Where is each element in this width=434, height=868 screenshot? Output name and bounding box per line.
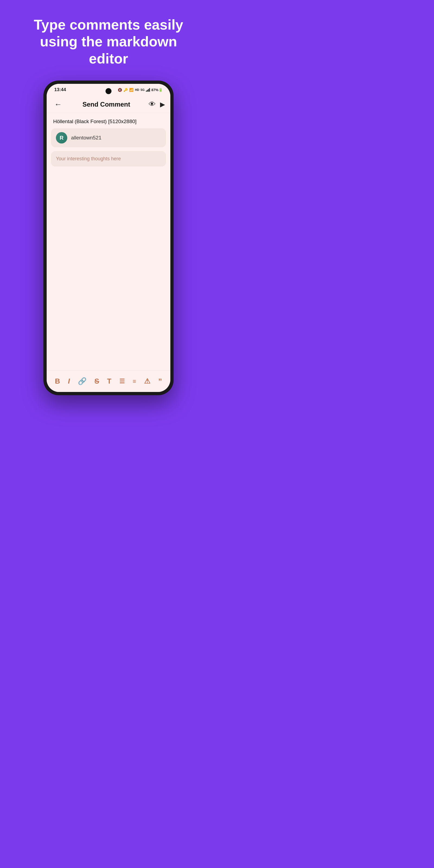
unordered-list-button[interactable]: ≡ (131, 376, 138, 386)
key-icon: 🔑 (123, 88, 128, 92)
link-button[interactable]: 🔗 (76, 375, 88, 387)
phone-mockup: 13:44 🔇 🔑 📶 HD 5G 87% 🔋 (43, 81, 174, 395)
top-navigation-bar: ← Send Comment 👁 ▶ (46, 96, 170, 113)
mute-icon: 🔇 (118, 88, 122, 92)
page-title: Send Comment (64, 101, 149, 108)
markdown-toolbar: B I 🔗 S T ☰ ≡ ⚠ ” (46, 370, 170, 392)
wifi-icon: 📶 (129, 88, 133, 92)
battery-indicator: 87% 🔋 (151, 88, 163, 92)
top-bar-actions: 👁 ▶ (149, 100, 165, 108)
comment-input-area[interactable]: Your interesting thoughts here (51, 151, 166, 166)
send-button[interactable]: ▶ (160, 101, 165, 108)
comment-placeholder: Your interesting thoughts here (56, 156, 121, 161)
italic-button[interactable]: I (66, 375, 72, 387)
status-time: 13:44 (54, 87, 66, 93)
quote-button[interactable]: ” (156, 375, 163, 388)
hero-section: Type comments easily using the markdown … (0, 0, 217, 81)
avatar: R (56, 132, 67, 144)
photo-title: Höllental (Black Forest) [5120x2880] (46, 113, 170, 128)
battery-icon-symbol: 🔋 (158, 88, 163, 92)
ordered-list-button[interactable]: ☰ (118, 376, 126, 386)
user-row[interactable]: R allentown521 (51, 128, 166, 147)
main-content-area (46, 169, 170, 370)
preview-button[interactable]: 👁 (149, 100, 156, 108)
phone-screen: 13:44 🔇 🔑 📶 HD 5G 87% 🔋 (46, 84, 170, 392)
strikethrough-button[interactable]: S (93, 375, 101, 387)
signal-icon (146, 88, 150, 92)
5g-label: 5G (141, 88, 145, 91)
status-icons: 🔇 🔑 📶 HD 5G 87% 🔋 (118, 88, 163, 92)
bold-button[interactable]: B (54, 375, 62, 387)
warning-button[interactable]: ⚠ (143, 375, 152, 387)
phone-camera (105, 88, 112, 94)
username: allentown521 (71, 135, 101, 141)
hero-title: Type comments easily using the markdown … (0, 0, 217, 81)
hd-label: HD (135, 88, 139, 91)
back-button[interactable]: ← (52, 98, 64, 111)
heading-button[interactable]: T (105, 375, 113, 387)
